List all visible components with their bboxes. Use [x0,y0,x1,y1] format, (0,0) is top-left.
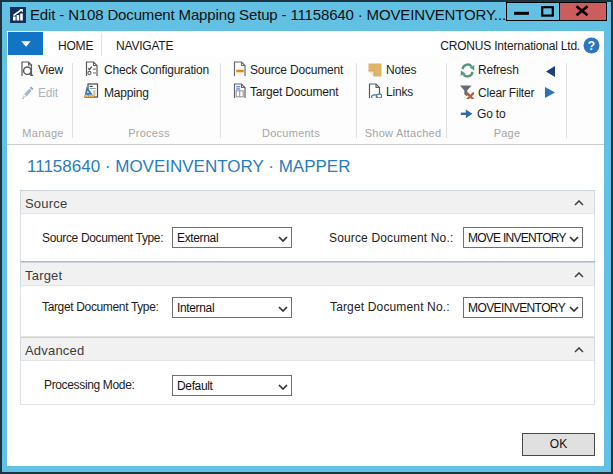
svg-text:?: ? [588,39,595,53]
